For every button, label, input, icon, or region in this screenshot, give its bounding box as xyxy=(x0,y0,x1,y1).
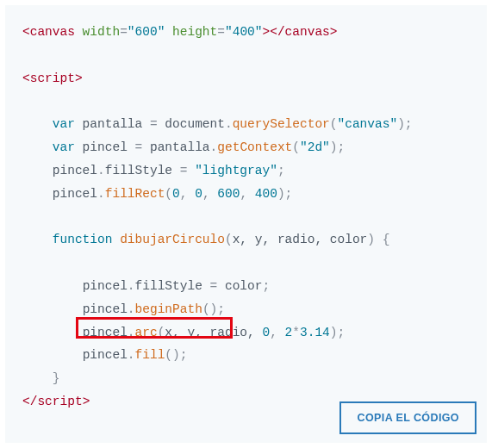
code-line-17: </script> xyxy=(22,395,90,408)
code-line-1: <canvas width="600" height="400"></canva… xyxy=(22,25,338,39)
code-line-14: pincel.arc(x, y, radio, 0, 2*3.14); xyxy=(22,326,345,339)
code-line-10: function dibujarCirculo(x, y, radio, col… xyxy=(22,233,389,246)
copy-code-button[interactable]: COPIA EL CÓDIGO xyxy=(339,401,476,434)
code-line-3: <script> xyxy=(22,72,83,85)
code-line-8: pincel.fillRect(0, 0, 600, 400); xyxy=(22,187,292,201)
code-snippet-wrapper: <canvas width="600" height="400"></canva… xyxy=(0,0,492,448)
code-line-5: var pantalla = document.querySelector("c… xyxy=(22,117,413,131)
code-line-13: pincel.beginPath(); xyxy=(22,302,225,316)
code-line-7: pincel.fillStyle = "lightgray"; xyxy=(22,164,285,177)
code-block: <canvas width="600" height="400"></canva… xyxy=(5,5,487,443)
code-line-12: pincel.fillStyle = color; xyxy=(22,279,270,293)
code-line-6: var pincel = pantalla.getContext("2d"); xyxy=(22,140,345,154)
code-line-15: pincel.fill(); xyxy=(22,348,187,362)
code-line-16: } xyxy=(22,371,60,385)
